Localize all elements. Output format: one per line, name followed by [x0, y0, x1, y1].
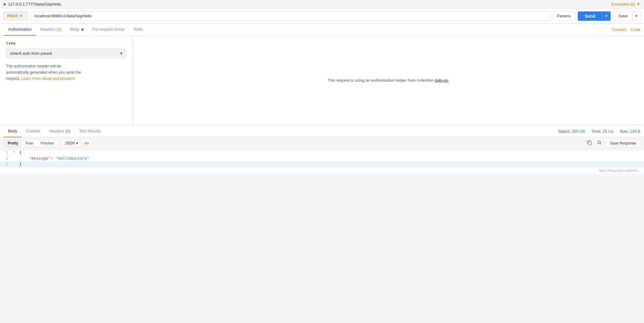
time-label: Time: 25 ms	[591, 129, 613, 134]
size-value: 134 B	[630, 129, 640, 134]
tab-tests[interactable]: Tests	[129, 24, 147, 36]
title-bar: ▶ 127.0.0.1:7777/data/SayHello Examples …	[0, 0, 644, 9]
time-value: 25 ms	[603, 129, 613, 134]
format-dropdown-arrow: ▾	[76, 141, 78, 145]
line-number-1: 1	[0, 150, 13, 155]
auth-description: The authorization header will be automat…	[6, 63, 127, 82]
code-content-2: "message": "Hellodoctorq"	[18, 156, 644, 161]
response-status: Status: 200 OK Time: 25 ms Size: 134 B	[558, 129, 640, 134]
auth-info-panel: This request is using an authorization h…	[133, 36, 644, 125]
tab-pre-request[interactable]: Pre-request Script	[88, 24, 129, 36]
tab-right-links: Cookies Code	[612, 27, 640, 32]
format-type-value: JSON	[65, 141, 75, 145]
url-input[interactable]	[31, 11, 550, 21]
type-label: TYPE	[6, 42, 127, 45]
response-tab-body[interactable]: Body	[4, 125, 22, 137]
method-selector[interactable]: POST ▾	[4, 11, 28, 20]
collection-link[interactable]: data-go	[435, 78, 448, 83]
status-bar: https://blog.csdn.net/phsh...	[0, 167, 644, 174]
save-dropdown-button[interactable]: ▾	[633, 11, 640, 20]
type-select[interactable]: Inherit auth from parent ▾	[6, 49, 127, 58]
auth-desc-line2: automatically generated when you send th…	[6, 70, 81, 75]
auth-panel: TYPE Inherit auth from parent ▾ The auth…	[0, 36, 133, 125]
tab-authorization[interactable]: Authorization	[4, 24, 36, 36]
format-raw[interactable]: Raw	[22, 140, 37, 147]
examples-button[interactable]: Examples (0) ▼	[612, 2, 640, 6]
save-button-group: Save ▾	[613, 11, 640, 21]
tab-headers[interactable]: Headers (1)	[36, 24, 66, 36]
auth-desc-line3: request.	[6, 76, 20, 81]
send-button[interactable]: Send	[578, 11, 602, 21]
svg-line-2	[600, 143, 601, 144]
method-dropdown-arrow: ▾	[20, 14, 22, 18]
save-response-button[interactable]: Save Response	[606, 139, 640, 147]
code-content-3: }	[18, 162, 644, 166]
line-number-2: 2	[0, 156, 13, 161]
format-pretty[interactable]: Pretty	[4, 140, 22, 147]
cookies-link[interactable]: Cookies	[612, 27, 626, 32]
collapse-arrow[interactable]: ▶	[4, 2, 6, 6]
code-line-3: 3 }	[0, 161, 644, 167]
learn-more-link[interactable]: Learn more about authorization	[21, 76, 75, 81]
send-dropdown-button[interactable]: ▾	[602, 11, 611, 21]
tab-body[interactable]: Body	[66, 24, 88, 36]
code-line-1: 1 ▾ {	[0, 149, 644, 155]
headers-badge: (1)	[57, 27, 62, 32]
auth-desc-line1: The authorization header will be	[6, 64, 61, 68]
fold-arrow-1[interactable]: ▾	[13, 150, 18, 153]
request-tabs: Authorization Headers (1) Body Pre-reque…	[0, 24, 644, 36]
response-tabs: Body Cookies Headers (3) Test Results St…	[0, 125, 644, 137]
copy-button[interactable]	[586, 139, 593, 147]
code-content-1: {	[18, 150, 644, 155]
type-value: Inherit auth from parent	[10, 51, 52, 56]
search-button[interactable]	[596, 139, 603, 147]
status-label: Status: 200 OK	[558, 129, 585, 134]
auth-info-text: This request is using an authorization h…	[328, 78, 449, 83]
response-tab-headers[interactable]: Headers (3)	[45, 125, 75, 137]
response-area: Body Cookies Headers (3) Test Results St…	[0, 125, 644, 174]
auth-info-period: .	[448, 78, 449, 83]
svg-rect-0	[589, 142, 591, 145]
code-link[interactable]: Code	[631, 27, 640, 32]
toolbar-right: Save Response	[586, 139, 640, 147]
method-label: POST	[7, 14, 18, 18]
auth-info-prefix: This request is using an authorization h…	[328, 78, 435, 83]
status-url: https://blog.csdn.net/phsh...	[599, 169, 640, 172]
line-number-3: 3	[0, 162, 13, 166]
size-label: Size: 134 B	[620, 129, 640, 134]
url-bar: POST ▾ Params Send ▾ Save ▾	[0, 9, 644, 24]
response-tab-test-results[interactable]: Test Results	[75, 125, 105, 137]
save-button[interactable]: Save	[613, 11, 633, 20]
code-editor: 1 ▾ { 2 "message": "Hellodoctorq" 3 }	[0, 149, 644, 167]
type-dropdown-arrow: ▾	[120, 51, 122, 56]
send-button-group: Send ▾	[578, 11, 611, 21]
format-type-select[interactable]: JSON ▾	[62, 139, 81, 147]
response-headers-badge: (3)	[65, 129, 70, 133]
main-content: TYPE Inherit auth from parent ▾ The auth…	[0, 36, 644, 125]
code-line-2: 2 "message": "Hellodoctorq"	[0, 155, 644, 161]
format-preview[interactable]: Preview	[37, 140, 58, 147]
request-title: 127.0.0.1:7777/data/SayHello	[8, 2, 61, 6]
response-toolbar: Pretty Raw Preview JSON ▾ ⇔ Save Respo	[0, 137, 644, 149]
format-tabs: Pretty Raw Preview	[4, 139, 58, 147]
response-tab-cookies[interactable]: Cookies	[22, 125, 45, 137]
body-dot-indicator	[81, 28, 84, 31]
status-value: 200 OK	[572, 129, 585, 134]
wrap-icon[interactable]: ⇔	[84, 140, 89, 147]
params-button[interactable]: Params	[552, 11, 575, 21]
